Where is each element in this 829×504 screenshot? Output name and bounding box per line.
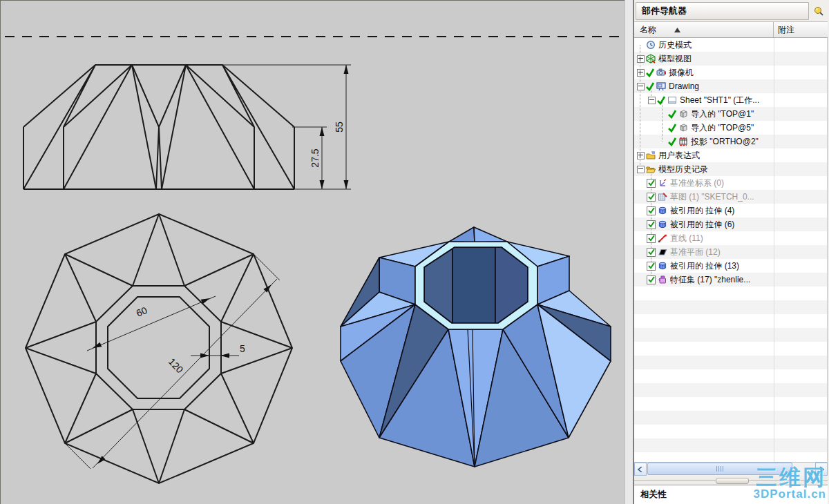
tree-row-line-11[interactable]: 直线 (11) [634, 231, 827, 245]
check-icon [667, 109, 677, 119]
check-icon [667, 123, 677, 133]
scrollbar-track[interactable] [647, 463, 815, 476]
tree-label: 导入的 "TOP@5" [691, 122, 754, 134]
tree-row-model-views[interactable]: 模型视图 [634, 52, 827, 66]
tree-row-drawing[interactable]: Drawing [634, 79, 827, 93]
camera-icon [656, 68, 667, 77]
tree-label: 历史模式 [658, 39, 692, 51]
tree-label: 特征集 (17) "zhenlie... [670, 274, 750, 286]
panel-title: 部件导航器 [636, 2, 809, 20]
tree-row-sheet[interactable]: Sheet "SHT1" (工作... [634, 93, 827, 107]
tree-row-feature-set-17[interactable]: 特征集 (17) "zhenlie... [634, 273, 827, 287]
drawing-canvas[interactable]: 55 27.5 [0, 0, 625, 504]
model-3d-view [341, 227, 611, 467]
extrude-icon [657, 206, 668, 215]
dim-wall: 5 [240, 343, 245, 354]
horizontal-scrollbar[interactable] [634, 462, 828, 476]
tree-label: 基准平面 (12) [670, 246, 721, 258]
sort-ascending-icon [674, 28, 680, 32]
tree-label: 模型视图 [658, 53, 692, 65]
part-navigator-panel: 部件导航器 名称 附注 历史模式 [634, 0, 828, 504]
plane-icon [657, 247, 668, 257]
tree-row-user-expressions[interactable]: 用户表达式 [634, 148, 827, 162]
collapse-minus-icon[interactable] [637, 83, 645, 90]
check-icon [645, 68, 655, 77]
model-views-icon [645, 54, 656, 64]
tree-label: 被引用的 拉伸 (4) [670, 205, 734, 217]
projection-icon [678, 137, 689, 146]
checkbox-checked-icon[interactable] [647, 275, 656, 284]
navigator-tree[interactable]: 历史模式 模型视图 摄像机 [634, 38, 828, 462]
line-icon [657, 233, 668, 243]
panel-splitter[interactable] [634, 476, 828, 485]
tree-row-history-mode[interactable]: 历史模式 [634, 38, 827, 52]
tree-row-extrude-6[interactable]: 被引用的 拉伸 (6) [634, 217, 827, 231]
tree-label: 直线 (11) [670, 233, 703, 244]
tree-label: 投影 "ORTHO@2" [691, 136, 759, 148]
panel-header: 部件导航器 [634, 0, 828, 21]
scroll-left-button[interactable] [634, 463, 647, 476]
extrude-icon [657, 220, 668, 229]
tree-label: 导入的 "TOP@1" [691, 108, 754, 120]
feature-set-icon [657, 275, 668, 284]
csys-icon [657, 178, 668, 188]
dependencies-bar[interactable]: 相关性 [634, 485, 828, 504]
dependencies-title: 相关性 [634, 489, 667, 501]
front-view-dimensions [222, 65, 351, 189]
checkbox-checked-icon[interactable] [647, 206, 656, 215]
top-view [26, 214, 292, 483]
sketch-icon [657, 192, 668, 202]
expand-plus-icon[interactable] [637, 152, 645, 159]
checkbox-checked-icon[interactable] [647, 248, 656, 257]
clock-icon [645, 40, 656, 50]
tree-row-sketch[interactable]: 草图 (1) "SKETCH_0... [634, 190, 827, 204]
expand-plus-icon[interactable] [637, 69, 645, 77]
tree-label: 被引用的 拉伸 (13) [670, 260, 739, 272]
pin-icon[interactable] [811, 3, 826, 19]
tree-row-imported-top5[interactable]: 导入的 "TOP@5" [634, 121, 827, 135]
tree-row-datum-plane-12[interactable]: 基准平面 (12) [634, 245, 827, 259]
open-folder-icon [645, 164, 656, 174]
tree-row-extrude-4[interactable]: 被引用的 拉伸 (4) [634, 204, 827, 217]
dim-total-height: 55 [334, 122, 345, 133]
splitter-grip[interactable] [716, 478, 749, 484]
checkbox-checked-icon[interactable] [647, 220, 656, 229]
dim-outer: 120 [166, 356, 186, 376]
panel-resizer-handle[interactable] [625, 0, 634, 504]
sheet-icon [667, 95, 678, 105]
tree-label: 摄像机 [669, 67, 694, 79]
expressions-folder-icon [645, 151, 656, 160]
check-icon [667, 137, 677, 146]
tree-row-datum-csys[interactable]: 基准坐标系 (0) [634, 176, 827, 190]
check-icon [645, 81, 655, 91]
tree-row-extrude-13[interactable]: 被引用的 拉伸 (13) [634, 259, 827, 273]
checkbox-checked-icon[interactable] [647, 193, 656, 202]
expand-plus-icon[interactable] [637, 55, 645, 63]
tree-label: Drawing [669, 81, 699, 91]
drawing-icon [656, 81, 667, 91]
tree-row-projection-ortho2[interactable]: 投影 "ORTHO@2" [634, 135, 827, 148]
front-view [23, 65, 294, 189]
checkbox-checked-icon[interactable] [647, 179, 656, 188]
tree-label: 被引用的 拉伸 (6) [670, 219, 734, 231]
collapse-minus-icon[interactable] [648, 97, 656, 104]
dim-inner: 60 [135, 304, 149, 319]
scroll-right-button[interactable] [815, 463, 828, 476]
imported-view-icon [678, 123, 689, 133]
scrollbar-thumb[interactable] [647, 463, 792, 475]
checkbox-checked-icon[interactable] [647, 234, 656, 243]
check-icon [656, 95, 666, 105]
collapse-minus-icon[interactable] [637, 166, 645, 173]
drawing-sheet: 55 27.5 [1, 1, 625, 504]
tree-row-imported-top1[interactable]: 导入的 "TOP@1" [634, 107, 827, 121]
tree-label: 基准坐标系 (0) [670, 177, 724, 189]
tree-label: Sheet "SHT1" (工作... [680, 95, 759, 106]
checkbox-checked-icon[interactable] [647, 262, 656, 271]
tree-row-cameras[interactable]: 摄像机 [634, 66, 827, 79]
column-header-name[interactable]: 名称 [634, 22, 774, 37]
dim-point-height: 27.5 [309, 148, 321, 167]
column-header-note[interactable]: 附注 [774, 22, 828, 37]
column-note-label: 附注 [778, 24, 794, 36]
tree-row-model-history[interactable]: 模型历史记录 [634, 162, 827, 176]
app-window: 55 27.5 [0, 0, 829, 504]
